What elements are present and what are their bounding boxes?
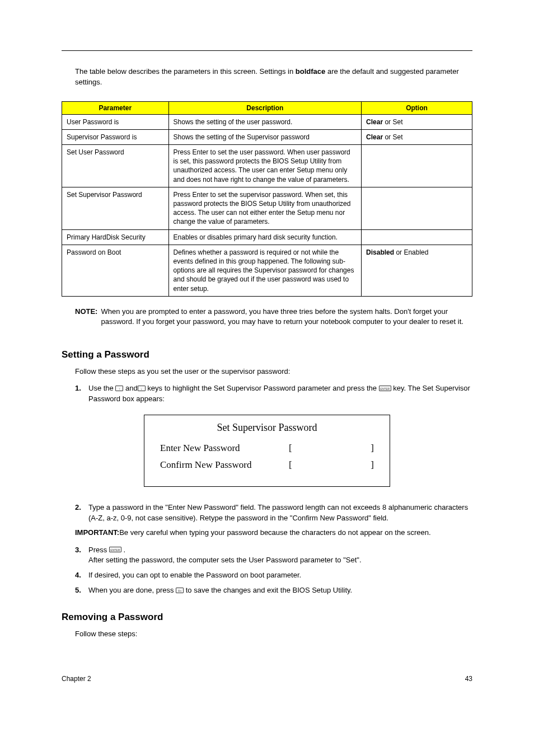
step1-a: Use the (88, 384, 115, 392)
bracket-open: [ (289, 443, 292, 454)
cell-param: Supervisor Password is (62, 129, 169, 144)
th-option: Option (362, 101, 472, 114)
enter-key-icon: ENTER (379, 386, 391, 391)
step-number: 2. (75, 503, 88, 524)
opt-bold: Clear (366, 133, 383, 141)
note-text: When you are prompted to enter a passwor… (101, 307, 472, 327)
down-arrow-key-icon: ↓ (138, 386, 146, 391)
dialog-row-enter: Enter New Password [ ] (160, 443, 374, 454)
table-row: Primary HardDisk Security Enables or dis… (62, 229, 472, 245)
cell-param: Primary HardDisk Security (62, 229, 169, 245)
opt-rest: or Set (383, 133, 402, 141)
cell-desc: Enables or disables primary hard disk se… (168, 229, 362, 245)
dialog-field-confirm: [ ] (289, 459, 374, 471)
removing-password-heading: Removing a Password (62, 612, 472, 623)
th-parameter: Parameter (62, 101, 169, 114)
step-5: 5. When you are done, press Fn to save t… (75, 585, 472, 596)
step5-a: When you are done, press (88, 586, 176, 594)
footer-chapter: Chapter 2 (62, 675, 91, 683)
dialog-title: Set Supervisor Password (160, 422, 374, 434)
step-body: Use the ↑ and↓ keys to highlight the Set… (88, 383, 472, 405)
bracket-open: [ (289, 459, 292, 471)
setting-password-heading: Setting a Password (62, 349, 472, 360)
dialog-label-enter: Enter New Password (160, 443, 289, 454)
step1-b: and (123, 384, 137, 392)
cell-opt: Clear or Set (362, 129, 472, 144)
step-body: Press ENTER . After setting the password… (88, 545, 472, 566)
parameter-table: Parameter Description Option User Passwo… (62, 101, 472, 297)
dialog-field-enter: [ ] (289, 443, 374, 454)
cell-desc: Shows the setting of the user password. (168, 114, 362, 129)
step-number: 1. (75, 383, 88, 405)
dialog-label-confirm: Confirm New Password (160, 459, 289, 471)
opt-bold: Disabled (366, 248, 394, 256)
setting-steps-cont: 2. Type a password in the "Enter New Pas… (75, 503, 472, 524)
step-body: Type a password in the "Enter New Passwo… (88, 503, 472, 524)
intro-text-pre: The table below describes the parameters… (75, 67, 296, 76)
note-label: NOTE: (75, 307, 97, 327)
footer-page-number: 43 (465, 675, 472, 683)
table-row: Set Supervisor Password Press Enter to s… (62, 187, 472, 229)
intro-paragraph: The table below describes the parameters… (62, 67, 472, 88)
cell-desc: Press Enter to set the user password. Wh… (168, 145, 362, 187)
setting-steps: 1. Use the ↑ and↓ keys to highlight the … (75, 383, 472, 405)
set-supervisor-password-dialog: Set Supervisor Password Enter New Passwo… (144, 415, 390, 487)
important-label: IMPORTANT: (75, 528, 119, 537)
setting-steps-tail: 3. Press ENTER . After setting the passw… (75, 545, 472, 596)
enter-key-icon: ENTER (109, 547, 121, 552)
dialog-row-confirm: Confirm New Password [ ] (160, 459, 374, 471)
step-4: 4. If desired, you can opt to enable the… (75, 570, 472, 581)
step1-c: keys to highlight the Set Supervisor Pas… (146, 384, 379, 392)
cell-param: Set User Password (62, 145, 169, 187)
step3-b: . (121, 546, 125, 554)
step5-b: to save the changes and exit the BIOS Se… (184, 586, 352, 594)
cell-opt: Clear or Set (362, 114, 472, 129)
step-number: 5. (75, 585, 88, 596)
table-header-row: Parameter Description Option (62, 101, 472, 114)
setting-intro: Follow these steps as you set the user o… (75, 367, 472, 375)
opt-rest: or Set (383, 118, 402, 126)
opt-bold: Clear (366, 118, 383, 126)
step-body: When you are done, press Fn to save the … (88, 585, 472, 596)
page-footer: Chapter 2 43 (62, 672, 472, 683)
step-body: If desired, you can opt to enable the Pa… (88, 570, 472, 581)
cell-desc: Shows the setting of the Supervisor pass… (168, 129, 362, 144)
cell-opt (362, 145, 472, 187)
th-description: Description (168, 101, 362, 114)
opt-rest: or Enabled (394, 248, 428, 256)
table-row: User Password is Shows the setting of th… (62, 114, 472, 129)
fn-key-icon: Fn (176, 588, 184, 593)
page-container: The table below describes the parameters… (0, 0, 534, 705)
important-text: Be very careful when typing your passwor… (119, 528, 430, 537)
up-arrow-key-icon: ↑ (115, 386, 123, 391)
cell-param: Password on Boot (62, 245, 169, 296)
intro-bold: boldface (296, 67, 325, 76)
cell-opt: Disabled or Enabled (362, 245, 472, 296)
step-2: 2. Type a password in the "Enter New Pas… (75, 503, 472, 524)
note-block: NOTE: When you are prompted to enter a p… (62, 307, 472, 327)
cell-param: Set Supervisor Password (62, 187, 169, 229)
step-number: 4. (75, 570, 88, 581)
cell-opt (362, 229, 472, 245)
removing-intro: Follow these steps: (75, 630, 472, 638)
bracket-close: ] (371, 443, 374, 454)
cell-opt (362, 187, 472, 229)
bracket-close: ] (371, 459, 374, 471)
step-number: 3. (75, 545, 88, 566)
step3-a: Press (88, 546, 109, 554)
cell-desc: Defines whether a password is required o… (168, 245, 362, 296)
table-row: Set User Password Press Enter to set the… (62, 145, 472, 187)
step-1: 1. Use the ↑ and↓ keys to highlight the … (75, 383, 472, 405)
step3-after: After setting the password, the computer… (88, 556, 362, 564)
step-3: 3. Press ENTER . After setting the passw… (75, 545, 472, 566)
important-line: IMPORTANT:Be very careful when typing yo… (75, 528, 472, 538)
cell-param: User Password is (62, 114, 169, 129)
top-rule (62, 50, 472, 51)
table-row: Supervisor Password is Shows the setting… (62, 129, 472, 144)
table-row: Password on Boot Defines whether a passw… (62, 245, 472, 296)
cell-desc: Press Enter to set the supervisor passwo… (168, 187, 362, 229)
